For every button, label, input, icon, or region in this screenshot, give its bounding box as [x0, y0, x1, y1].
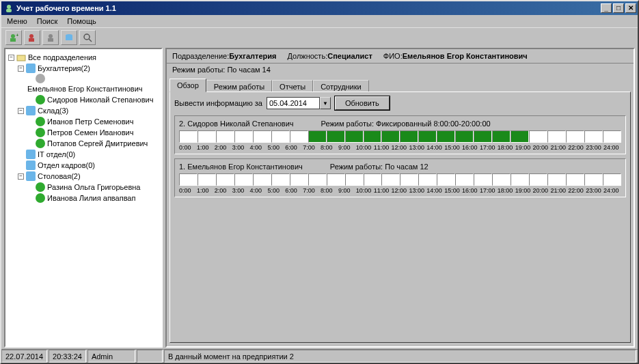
tree-employee[interactable]: Сидоров Николай Степанович: [27, 94, 160, 105]
hour-label: 7:00: [303, 144, 321, 151]
hour-cell: [400, 173, 418, 186]
toolbar-add-user-button[interactable]: +: [5, 30, 22, 45]
employee-mode: Режим работы: Фиксированный 8:00:00-20:0…: [321, 120, 491, 128]
time-labels: 0:001:002:003:004:005:006:007:008:009:00…: [179, 187, 621, 194]
close-button[interactable]: ✕: [625, 3, 636, 13]
minimize-button[interactable]: _: [601, 3, 612, 13]
tree-employee[interactable]: Разина Ольга Григорьевна: [27, 182, 160, 193]
hour-cell: [584, 173, 603, 186]
svg-rect-3: [10, 38, 16, 42]
hour-cell: [492, 130, 511, 143]
hour-label: 10:00: [356, 187, 374, 194]
svg-line-12: [89, 39, 92, 42]
hour-cell: [290, 173, 308, 186]
hour-label: 1:00: [197, 187, 215, 194]
hour-label: 11:00: [374, 144, 392, 151]
status-time: 20:33:24: [49, 350, 86, 363]
hour-cell: [418, 173, 437, 186]
hour-label: 15:00: [444, 187, 462, 194]
status-user: Admin: [87, 350, 135, 363]
folder-icon: [16, 53, 26, 62]
tree-dept[interactable]: −Бухгалтерия(2) Емельянов Егор Константи…: [18, 63, 160, 105]
hour-cell: [529, 130, 547, 143]
hour-label: 4:00: [250, 187, 268, 194]
time-labels: 0:001:002:003:004:005:006:007:008:009:00…: [179, 144, 621, 151]
collapse-icon[interactable]: −: [18, 108, 24, 114]
hour-cell: [308, 173, 327, 186]
tree-employee[interactable]: Иванова Лилия апвапвап: [27, 193, 160, 204]
menu-help[interactable]: Помощь: [67, 17, 96, 25]
tree-employee[interactable]: Петров Семен Иванович: [27, 127, 160, 138]
tree-dept[interactable]: −Склад(3) Иванов Петр Семенович Петров С…: [18, 105, 160, 149]
tree-dept[interactable]: −Столовая(2) Разина Ольга Григорьевна Ив…: [18, 171, 160, 204]
hour-cell: [253, 130, 271, 143]
toolbar-view-user-button[interactable]: [42, 30, 59, 45]
maximize-button[interactable]: □: [613, 3, 624, 13]
info-row-1: Подразделение:Бухгалтерия Должность:Спец…: [167, 49, 634, 64]
date-input[interactable]: [267, 97, 320, 109]
hour-label: 13:00: [409, 187, 426, 194]
employee-name: 1. Емельянов Егор Константинович: [179, 163, 303, 171]
toolbar-search-button[interactable]: [79, 30, 96, 45]
hour-cell: [511, 130, 529, 143]
person-icon: [36, 117, 45, 126]
tree-dept[interactable]: Отдел кадров(0): [18, 160, 160, 171]
hour-cell: [474, 173, 492, 186]
hour-label: 3:00: [232, 187, 250, 194]
hour-label: 8:00: [321, 144, 338, 151]
tree-panel[interactable]: − Все подразделения −Бухгалтерия(2) Емел…: [4, 48, 163, 348]
employee-block: 1. Емельянов Егор Константинович Режим р…: [174, 158, 626, 197]
app-icon: [4, 3, 14, 13]
hour-cell: [584, 130, 603, 143]
hour-label: 14:00: [426, 144, 444, 151]
tree-root[interactable]: − Все подразделения −Бухгалтерия(2) Емел…: [8, 52, 160, 204]
tree-employee[interactable]: Емельянов Егор Константинович: [27, 74, 160, 94]
hour-cell: [216, 130, 234, 143]
tabs: Обзор Режим работы Отчеты Сотрудники: [167, 76, 634, 92]
menu-search[interactable]: Поиск: [37, 17, 57, 25]
status-gap: [137, 350, 163, 363]
db-icon: [26, 150, 36, 159]
info-row-2: Режим работы: По часам 14: [167, 64, 634, 76]
tab-overview[interactable]: Обзор: [169, 79, 206, 92]
hour-cell: [327, 130, 345, 143]
hour-label: 10:00: [356, 144, 374, 151]
collapse-icon[interactable]: −: [18, 173, 24, 180]
db-icon: [26, 64, 36, 73]
hour-label: 22:00: [568, 144, 586, 151]
hour-label: 7:00: [303, 187, 321, 194]
employee-block: 2. Сидоров Николай Степанович Режим рабо…: [174, 115, 626, 154]
collapse-icon[interactable]: −: [8, 55, 14, 61]
hour-label: 19:00: [515, 144, 533, 151]
titlebar[interactable]: Учет рабочего времени 1.1 _ □ ✕: [1, 1, 638, 15]
svg-rect-13: [17, 55, 25, 61]
toolbar-remove-user-button[interactable]: [24, 30, 40, 45]
hour-label: 9:00: [338, 144, 356, 151]
hour-label: 22:00: [568, 187, 586, 194]
timeline: [179, 130, 621, 143]
hour-cell: [511, 173, 529, 186]
tree-employee[interactable]: Иванов Петр Семенович: [27, 116, 160, 127]
hour-label: 1:00: [197, 144, 215, 151]
hour-label: 23:00: [586, 187, 603, 194]
menu-main[interactable]: Меню: [7, 17, 27, 25]
hour-cell: [179, 130, 198, 143]
hour-cell: [492, 173, 511, 186]
hour-cell: [198, 130, 216, 143]
hour-cell: [437, 173, 455, 186]
tree-dept[interactable]: IT отдел(0): [18, 149, 160, 160]
hour-label: 23:00: [586, 144, 603, 151]
date-dropdown-button[interactable]: ▼: [320, 97, 331, 109]
hour-cell: [381, 173, 400, 186]
person-icon: [36, 95, 45, 104]
collapse-icon[interactable]: −: [18, 66, 24, 72]
hour-cell: [345, 130, 364, 143]
hour-label: 12:00: [392, 144, 409, 151]
hour-cell: [566, 130, 584, 143]
toolbar-db-button[interactable]: [61, 30, 77, 45]
hour-label: 17:00: [480, 144, 498, 151]
refresh-button[interactable]: Обновить: [335, 96, 390, 110]
tree-employee[interactable]: Потапов Сергей Дмитриевич: [27, 138, 160, 149]
svg-rect-1: [6, 9, 12, 12]
hour-label: 13:00: [409, 144, 426, 151]
